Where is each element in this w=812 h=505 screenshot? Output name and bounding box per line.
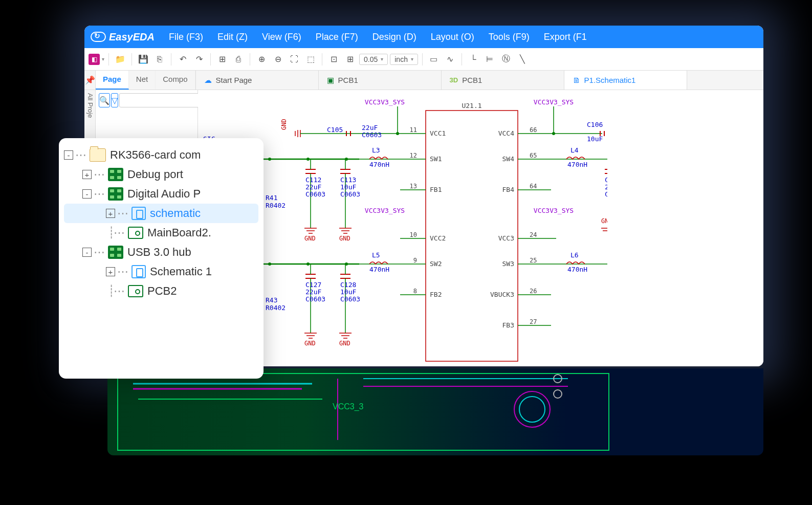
search-input[interactable] bbox=[119, 93, 210, 107]
svg-text:10: 10 bbox=[410, 231, 417, 238]
menu-place[interactable]: Place (F7) bbox=[316, 32, 358, 42]
panel-tab-compo[interactable]: Compo bbox=[156, 71, 195, 90]
svg-text:FB2: FB2 bbox=[430, 291, 442, 298]
tree-toggle-icon[interactable]: - bbox=[64, 150, 73, 160]
folder-icon[interactable]: 📁 bbox=[113, 52, 127, 67]
resistor-icon[interactable]: ∿ bbox=[443, 52, 457, 67]
zoom-out-icon[interactable]: ⊖ bbox=[271, 52, 285, 67]
search-lib-icon[interactable]: ⎙ bbox=[231, 52, 246, 67]
svg-text:25: 25 bbox=[530, 257, 537, 264]
grid-size-select[interactable]: 0.05 ▾ bbox=[359, 54, 388, 65]
zoom-in-icon[interactable]: ⊕ bbox=[254, 52, 269, 67]
svg-text:13: 13 bbox=[410, 183, 417, 190]
filter-icon[interactable]: ▽ bbox=[111, 93, 118, 107]
svg-text:SW3: SW3 bbox=[502, 260, 514, 268]
svg-point-28 bbox=[268, 158, 271, 161]
menu-edit[interactable]: Edit (Z) bbox=[217, 32, 248, 42]
tree-toggle-icon[interactable]: - bbox=[82, 248, 92, 257]
svg-text:L4: L4 bbox=[570, 146, 579, 154]
tree-toggle-icon[interactable]: + bbox=[82, 170, 92, 179]
svg-text:64: 64 bbox=[530, 183, 537, 190]
bus-icon[interactable]: ⊨ bbox=[482, 52, 497, 67]
wire-icon[interactable]: └ bbox=[466, 52, 480, 67]
netlabel-icon[interactable]: Ⓝ bbox=[499, 52, 513, 67]
schematic-icon bbox=[131, 207, 146, 220]
svg-text:26: 26 bbox=[530, 288, 537, 295]
app-logo: EasyEDA bbox=[91, 31, 155, 43]
svg-text:L6: L6 bbox=[570, 251, 579, 259]
tree-row[interactable]: -⋯USB 3.0 hub bbox=[64, 243, 258, 262]
menu-file[interactable]: File (F3) bbox=[169, 32, 203, 42]
svg-text:C105: C105 bbox=[327, 126, 343, 134]
doc-tab-3d-pcb1[interactable]: 3D PCB1 bbox=[442, 71, 564, 90]
fit-icon[interactable]: ⛶ bbox=[287, 52, 301, 67]
svg-point-74 bbox=[306, 262, 310, 266]
svg-text:470nH: 470nH bbox=[567, 266, 587, 273]
svg-text:C0603: C0603 bbox=[362, 131, 382, 139]
pcb-preview: VCC3_3 bbox=[107, 368, 763, 455]
tree-row[interactable]: +⋯Debug port bbox=[64, 165, 258, 184]
tree-row[interactable]: ┊⋯PCB2 bbox=[64, 281, 258, 301]
svg-text:GND: GND bbox=[280, 119, 288, 130]
cloud-icon: ☁ bbox=[204, 76, 212, 85]
panel-tab-net[interactable]: Net bbox=[129, 71, 156, 90]
camera-icon[interactable]: ⎘ bbox=[152, 52, 167, 67]
tree-label: RK3566-card com bbox=[110, 148, 201, 162]
svg-text:VBUCK3: VBUCK3 bbox=[490, 291, 514, 298]
tree-toggle-icon[interactable]: - bbox=[82, 189, 92, 199]
svg-text:L3: L3 bbox=[372, 146, 380, 154]
menu-view[interactable]: View (F6) bbox=[262, 32, 301, 42]
doc-tab-schematic[interactable]: 🗎 P1.Schematic1 bbox=[564, 71, 687, 90]
menu-tools[interactable]: Tools (F9) bbox=[489, 32, 530, 42]
cloud-icon bbox=[91, 32, 106, 42]
tree-label: Digital Audio P bbox=[127, 187, 201, 201]
schematic-canvas[interactable]: U21.1 SIC GPU VCC3V3_SYS 11 VCC1 C105 22… bbox=[198, 90, 763, 366]
snap-icon[interactable]: ⊡ bbox=[326, 52, 341, 67]
svg-text:10uF: 10uF bbox=[340, 288, 356, 296]
svg-text:C0603: C0603 bbox=[305, 295, 325, 303]
menu-export[interactable]: Export (F1 bbox=[544, 32, 587, 42]
svg-text:470nH: 470nH bbox=[369, 266, 389, 273]
menu-design[interactable]: Design (D) bbox=[372, 32, 416, 42]
tree-toggle-icon[interactable]: + bbox=[106, 209, 115, 218]
tree-row[interactable]: -⋯RK3566-card com bbox=[64, 145, 258, 165]
undo-icon[interactable]: ↶ bbox=[175, 52, 190, 67]
svg-text:SW1: SW1 bbox=[430, 155, 442, 163]
zoom-window-icon[interactable]: ⬚ bbox=[303, 52, 318, 67]
panel-tab-page[interactable]: Page bbox=[96, 71, 129, 90]
board-icon bbox=[128, 285, 143, 297]
save-icon[interactable]: 💾 bbox=[136, 52, 150, 67]
doc-icon: 🗎 bbox=[573, 76, 580, 84]
redo-icon[interactable]: ↷ bbox=[192, 52, 206, 67]
tree-row[interactable]: +⋯Schematic 1 bbox=[64, 262, 258, 281]
tree-row[interactable]: -⋯Digital Audio P bbox=[64, 184, 258, 204]
tree-toggle-icon[interactable]: + bbox=[106, 267, 115, 276]
svg-text:8: 8 bbox=[413, 288, 417, 295]
tree-row[interactable]: +⋯schematic bbox=[64, 204, 258, 223]
line-icon[interactable]: ╲ bbox=[515, 52, 530, 67]
svg-text:VCC1: VCC1 bbox=[430, 129, 446, 137]
svg-text:470nH: 470nH bbox=[369, 161, 389, 168]
menu-layout[interactable]: Layout (O) bbox=[431, 32, 474, 42]
search-icon[interactable]: 🔍 bbox=[99, 93, 110, 107]
unit-select[interactable]: inch ▾ bbox=[390, 54, 418, 65]
svg-text:VCC2: VCC2 bbox=[430, 234, 446, 242]
new-button[interactable]: ◧ bbox=[89, 54, 100, 65]
menu-bar: EasyEDA File (F3) Edit (Z) View (F6) Pla… bbox=[84, 26, 763, 48]
grid-display-icon[interactable]: ⊞ bbox=[343, 52, 357, 67]
pin-icon[interactable]: 📌 bbox=[84, 71, 96, 90]
svg-point-73 bbox=[268, 262, 271, 266]
svg-text:9: 9 bbox=[413, 257, 417, 264]
doc-tab-start[interactable]: ☁ Start Page bbox=[196, 71, 319, 90]
pcb-icon bbox=[108, 246, 123, 259]
tree-row[interactable]: ┊⋯MainBoard2. bbox=[64, 223, 258, 243]
chip-icon[interactable]: ▭ bbox=[427, 52, 441, 67]
svg-text:R43: R43 bbox=[266, 296, 277, 304]
svg-text:C128: C128 bbox=[340, 281, 356, 289]
svg-point-29 bbox=[306, 158, 310, 161]
svg-text:C106: C106 bbox=[587, 121, 603, 128]
svg-text:470nH: 470nH bbox=[567, 161, 587, 168]
doc-tab-pcb1[interactable]: ▣ PCB1 bbox=[319, 71, 442, 90]
grid-icon[interactable]: ⊞ bbox=[215, 52, 229, 67]
svg-text:GND: GND bbox=[339, 235, 350, 242]
